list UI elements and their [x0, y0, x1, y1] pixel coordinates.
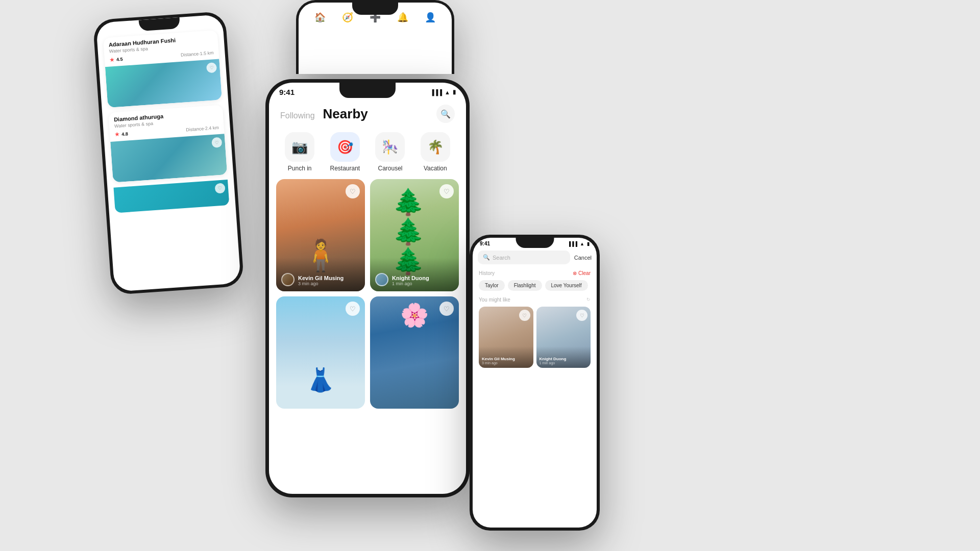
battery-icon-4: ▮ — [587, 241, 590, 246]
card-name-1: Kevin Gil Musing — [298, 275, 344, 281]
notch-4 — [516, 238, 554, 248]
cat-restaurant[interactable]: 🎯 Restaurant — [330, 132, 360, 172]
grid-card-2[interactable]: 🌲🌲🌲 ♡ Knight Duong 1 min ago — [370, 179, 459, 291]
cat-vacation-label: Vacation — [424, 165, 447, 172]
mini-name-2: Knight Duong — [540, 357, 588, 361]
chip-taylor[interactable]: Taylor — [479, 280, 505, 291]
notch-2 — [339, 83, 396, 98]
signal-icon: ▐▐▐ — [430, 89, 442, 95]
nav-user-icon[interactable]: 👤 — [425, 12, 436, 23]
card-name-2: Knight Duong — [392, 275, 429, 281]
cat-punch-in[interactable]: 📷 Punch in — [285, 132, 314, 172]
card1-distance: Distance·1.5 km — [181, 50, 214, 57]
phone-3: 🏠 🧭 ➕ 🔔 👤 — [296, 0, 454, 74]
status-icons: ▐▐▐ ▲ ▮ — [430, 89, 456, 95]
phone-1: Adaraan Hudhuran Fushi Water sports & sp… — [92, 11, 244, 295]
star-icon-2: ★ — [115, 132, 120, 138]
card-info-1: Kevin Gil Musing 3 min ago — [276, 258, 365, 291]
history-row: History ⊗ Clear — [473, 267, 597, 278]
content-grid: 🧍 ♡ Kevin Gil Musing 3 min ago 🌲🌲🌲 ♡ — [269, 179, 466, 409]
status-icons-4: ▐▐▐ ▲ ▮ — [568, 241, 590, 246]
card3-image-partial: ♡ — [113, 180, 229, 213]
search-icon-4: 🔍 — [483, 254, 490, 261]
nav-bell-icon[interactable]: 🔔 — [397, 12, 408, 23]
card2-distance: Distance·2.4 km — [186, 125, 219, 132]
search-placeholder: Search — [493, 255, 510, 261]
status-time: 9:41 — [279, 88, 295, 96]
tab-following[interactable]: Following — [280, 111, 315, 120]
cat-vacation[interactable]: 🌴 Vacation — [421, 132, 450, 172]
heart-btn-2[interactable]: ♡ — [439, 184, 454, 198]
refresh-icon[interactable]: ↻ — [586, 297, 591, 302]
avatar-2 — [375, 273, 388, 286]
heart-btn-1[interactable]: ♡ — [346, 184, 360, 198]
card1-heart[interactable]: ♡ — [206, 62, 217, 73]
heart-btn-3[interactable]: ♡ — [346, 302, 360, 316]
category-row: 📷 Punch in 🎯 Restaurant 🎠 Carousel 🌴 Vac… — [269, 128, 466, 179]
mini-info-1: Kevin Gil Musing 3 min ago — [479, 346, 533, 368]
search-button[interactable]: 🔍 — [436, 105, 455, 123]
card-time-1: 3 min ago — [298, 281, 344, 286]
card2-image: ♡ — [110, 134, 227, 182]
restaurant-icon: 🎯 — [330, 132, 360, 162]
grid-card-1[interactable]: 🧍 ♡ Kevin Gil Musing 3 min ago — [276, 179, 365, 291]
wedding-icon: 👗 — [306, 366, 335, 393]
heart-btn-4[interactable]: ♡ — [439, 302, 454, 316]
cat-punch-in-label: Punch in — [288, 165, 312, 172]
card-info-2: Knight Duong 1 min ago — [370, 258, 459, 291]
search-bar: 🔍 Search Cancel — [473, 247, 597, 267]
chip-love-yourself[interactable]: Love Yourself — [545, 280, 588, 291]
card-time-2: 1 min ago — [392, 281, 429, 286]
card-adaraan[interactable]: Adaraan Hudhuran Fushi Water sports & sp… — [103, 30, 222, 108]
phone-2-main: 9:41 ▐▐▐ ▲ ▮ Following Nearby 🔍 📷 Punch … — [265, 79, 470, 497]
card2-heart[interactable]: ♡ — [211, 137, 222, 148]
nav-explore-icon[interactable]: 🧭 — [342, 12, 353, 23]
chip-flashlight[interactable]: Flashlight — [508, 280, 542, 291]
card-diamond[interactable]: Diamond athuruga Water sports & spa ★ 4.… — [108, 105, 227, 182]
search-input[interactable]: 🔍 Search — [478, 251, 570, 264]
mini-name-1: Kevin Gil Musing — [482, 357, 530, 361]
status-time-4: 9:41 — [480, 241, 490, 246]
mini-info-2: Knight Duong 1 min ago — [536, 346, 591, 368]
avatar-1 — [281, 273, 295, 286]
page-tabs: Following Nearby — [280, 106, 368, 122]
card3-heart[interactable]: ♡ — [214, 183, 225, 193]
cancel-button[interactable]: Cancel — [574, 255, 592, 261]
main-header: Following Nearby 🔍 — [269, 98, 466, 128]
carousel-icon: 🎠 — [375, 132, 405, 162]
clear-icon: ⊗ — [573, 270, 577, 276]
star-icon: ★ — [110, 57, 115, 63]
mini-card-1[interactable]: ♡ Kevin Gil Musing 3 min ago — [479, 307, 533, 368]
cat-restaurant-label: Restaurant — [330, 165, 360, 172]
phone-4-search: 9:41 ▐▐▐ ▲ ▮ 🔍 Search Cancel History ⊗ C… — [470, 235, 600, 531]
clear-label: Clear — [578, 270, 591, 276]
battery-icon: ▮ — [453, 89, 456, 95]
grid-card-3[interactable]: 👗 ♡ — [276, 296, 365, 409]
wifi-icon-4: ▲ — [580, 241, 584, 246]
tab-nearby[interactable]: Nearby — [323, 106, 368, 122]
portrait-icon: 🌸 — [400, 302, 429, 329]
cat-carousel[interactable]: 🎠 Carousel — [375, 132, 405, 172]
notch-3 — [352, 3, 398, 15]
nav-home-icon[interactable]: 🏠 — [314, 12, 326, 23]
mini-time-2: 1 min ago — [540, 361, 588, 365]
mini-heart-1[interactable]: ♡ — [519, 310, 530, 321]
mini-heart-2[interactable]: ♡ — [576, 310, 587, 321]
might-like-grid: ♡ Kevin Gil Musing 3 min ago ♡ Knight Du… — [473, 305, 597, 370]
signal-icon-4: ▐▐▐ — [568, 241, 577, 246]
search-chips: Taylor Flashlight Love Yourself — [473, 278, 597, 295]
clear-button[interactable]: ⊗ Clear — [573, 270, 591, 276]
wifi-icon: ▲ — [445, 89, 450, 95]
punch-in-icon: 📷 — [285, 132, 314, 162]
card1-rating: ★ 4.5 — [110, 56, 123, 63]
card1-image: ♡ — [105, 59, 222, 108]
grid-card-4[interactable]: 🌸 ♡ — [370, 296, 459, 409]
vacation-icon: 🌴 — [421, 132, 450, 162]
mini-time-1: 3 min ago — [482, 361, 530, 365]
might-like-label: You might like ↻ — [473, 295, 597, 305]
history-label: History — [479, 270, 495, 276]
mini-card-2[interactable]: ♡ Knight Duong 1 min ago — [536, 307, 591, 368]
card2-rating: ★ 4.8 — [115, 131, 128, 137]
cat-carousel-label: Carousel — [378, 165, 402, 172]
